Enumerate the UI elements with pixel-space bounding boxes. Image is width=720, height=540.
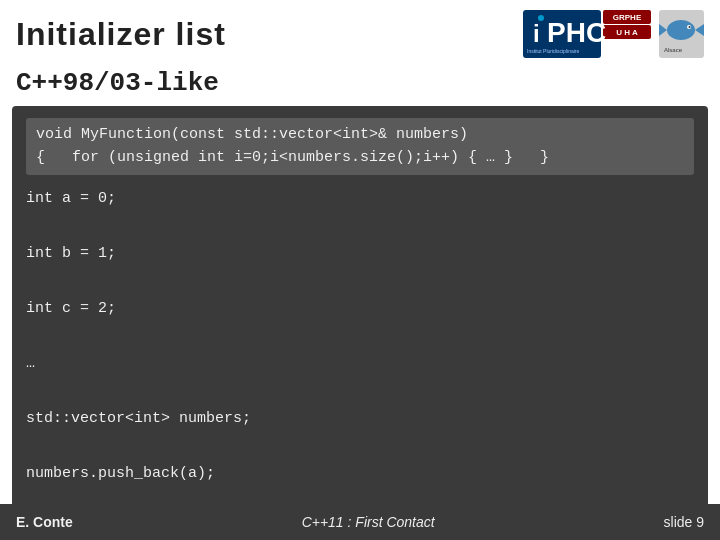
header: Initializer list GRPHE U H A PHC i Insti…: [0, 0, 720, 64]
main-content: void MyFunction(const std::vector<int>& …: [12, 106, 708, 540]
highlight-line-1: void MyFunction(const std::vector<int>& …: [36, 124, 684, 147]
code-body-line-5: int c = 2;: [26, 295, 694, 323]
logo-area: GRPHE U H A PHC i Institut Pluridiscipli…: [523, 10, 704, 58]
code-body-line-10: [26, 433, 694, 461]
code-highlight-block: void MyFunction(const std::vector<int>& …: [26, 118, 694, 175]
code-body-line-1: int a = 0;: [26, 185, 694, 213]
footer-title: C++11 : First Contact: [302, 514, 435, 530]
code-body-line-11: numbers.push_back(a);: [26, 460, 694, 488]
page-title: Initializer list: [16, 16, 226, 53]
svg-text:Institut Pluridisciplinaire: Institut Pluridisciplinaire: [527, 48, 579, 54]
footer: E. Conte C++11 : First Contact slide 9: [0, 504, 720, 540]
code-body-line-4: [26, 268, 694, 296]
svg-text:i: i: [533, 20, 540, 47]
subtitle-area: C++98/03-like: [0, 64, 720, 106]
logo-fish: Alsace: [659, 10, 704, 58]
code-body-line-7: …: [26, 350, 694, 378]
logo-iphc: GRPHE U H A PHC i Institut Pluridiscipli…: [523, 10, 653, 58]
svg-point-10: [667, 20, 695, 40]
code-body-line-8: [26, 378, 694, 406]
code-body-line-9: std::vector<int> numbers;: [26, 405, 694, 433]
highlight-line-2: { for (unsigned int i=0;i<numbers.size()…: [36, 147, 684, 170]
svg-text:Alsace: Alsace: [664, 47, 683, 53]
code-body-line-2: [26, 213, 694, 241]
svg-text:PHC: PHC: [547, 17, 606, 48]
footer-slide: slide 9: [664, 514, 704, 530]
code-body-line-6: [26, 323, 694, 351]
subtitle-text: C++98/03-like: [16, 68, 219, 98]
svg-text:U H A: U H A: [616, 28, 638, 37]
code-body: int a = 0; int b = 1; int c = 2; … std::…: [26, 185, 694, 540]
footer-author: E. Conte: [16, 514, 73, 530]
code-body-line-3: int b = 1;: [26, 240, 694, 268]
svg-point-13: [689, 26, 691, 28]
svg-text:GRPHE: GRPHE: [613, 13, 642, 22]
